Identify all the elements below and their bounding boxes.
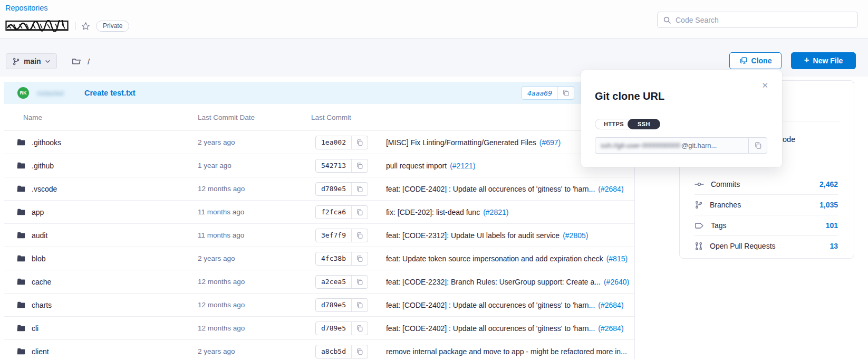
folder-icon: [17, 231, 26, 239]
private-badge: Private: [96, 21, 129, 32]
commit-hash-chip[interactable]: f2fca6: [315, 205, 368, 219]
commit-date: 11 months ago: [198, 231, 311, 239]
commit-hash-chip[interactable]: 1ea002: [315, 136, 368, 149]
copy-icon[interactable]: [557, 87, 574, 99]
table-row[interactable]: audit 11 months ago 3ef7f9 feat: [CODE-2…: [4, 223, 634, 247]
pr-link[interactable]: (#2684): [598, 324, 623, 333]
clone-url-field[interactable]: ssh://git-user-0000000000 @git.harn...: [595, 137, 749, 154]
commit-hash-chip[interactable]: a2cea5: [315, 275, 368, 289]
folder-open-icon: [72, 57, 81, 65]
copy-icon[interactable]: [351, 345, 368, 358]
folder-name: app: [32, 208, 44, 216]
git-branch-icon: [695, 201, 703, 209]
commit-hash: d789e5: [316, 322, 351, 335]
commit-message: feat: Update token source impersonation …: [386, 254, 603, 263]
new-file-button-label: New File: [813, 56, 843, 65]
stat-value: 2,462: [819, 180, 838, 188]
copy-icon[interactable]: [351, 159, 368, 172]
stat-tags[interactable]: Tags 101: [695, 215, 838, 235]
copy-icon[interactable]: [351, 206, 368, 219]
copy-icon[interactable]: [351, 322, 368, 335]
table-row[interactable]: charts 12 months ago d789e5 feat: [CODE-…: [4, 293, 634, 316]
branch-selector[interactable]: main: [6, 53, 57, 69]
stat-commits[interactable]: Commits 2,462: [695, 174, 838, 194]
commit-hash: 1ea002: [316, 136, 351, 149]
clone-button[interactable]: Clone: [729, 52, 782, 69]
copy-icon[interactable]: [351, 136, 368, 149]
table-row[interactable]: client 2 years ago a8cb5d remove interna…: [4, 339, 634, 359]
commit-message: feat: [CODE-2232]: Branch Rules: UserGro…: [386, 278, 601, 286]
pr-link[interactable]: (#2821): [483, 208, 508, 216]
clone-icon: [739, 56, 748, 65]
pr-link[interactable]: (#815): [606, 254, 628, 263]
table-row[interactable]: .githooks 2 years ago 1ea002 [MISC] Fix …: [4, 130, 634, 154]
stat-branches[interactable]: Branches 1,035: [695, 194, 838, 215]
folder-name: audit: [32, 231, 47, 240]
commit-hash: 3ef7f9: [316, 229, 351, 242]
folder-icon: [17, 185, 26, 193]
copy-icon[interactable]: [351, 183, 368, 195]
clone-url-redacted: ssh://git-user-0000000000: [601, 141, 680, 149]
table-row[interactable]: app 11 months ago f2fca6 fix: [CDE-202]:…: [4, 200, 634, 223]
table-row[interactable]: blob 2 years ago 4fc38b feat: Update tok…: [4, 247, 634, 270]
close-icon[interactable]: ✕: [761, 81, 768, 90]
pr-link[interactable]: (#2684): [598, 301, 623, 309]
table-row[interactable]: cli 12 months ago d789e5 feat: [CODE-240…: [4, 316, 634, 339]
commit-hash-chip[interactable]: 542713: [315, 159, 368, 173]
pr-link[interactable]: (#2684): [598, 185, 623, 193]
repo-stats: Commits 2,462 Branches 1,035 Tags 101: [695, 174, 838, 256]
commit-hash-chip[interactable]: d789e5: [315, 298, 368, 312]
latest-commit-hash-chip[interactable]: 4aaa69: [522, 86, 574, 100]
commit-message: feat: [CODE-2402] : Update all occurence…: [386, 301, 595, 309]
tag-icon: [695, 222, 704, 230]
copy-url-button[interactable]: [749, 137, 767, 154]
breadcrumb-repositories[interactable]: Repositories: [5, 4, 48, 12]
latest-commit-link[interactable]: Create test.txt: [84, 89, 136, 97]
pr-link[interactable]: (#2805): [563, 231, 588, 240]
stat-open-pull-requests[interactable]: Open Pull Requests 13: [695, 235, 838, 256]
protocol-ssh-tab[interactable]: SSH: [628, 119, 660, 129]
avatar: RK: [17, 87, 29, 99]
folder-icon: [17, 324, 26, 332]
copy-icon[interactable]: [351, 252, 368, 265]
repo-name-redacted: [5, 20, 70, 32]
repo-title-row: Private: [5, 20, 129, 32]
commit-hash-chip[interactable]: d789e5: [315, 182, 368, 196]
folder-name: .githooks: [32, 138, 61, 147]
table-row[interactable]: .vscode 12 months ago d789e5 feat: [CODE…: [4, 177, 634, 200]
commit-date: 11 months ago: [198, 208, 311, 216]
favorite-star-icon[interactable]: [81, 21, 91, 31]
search-input[interactable]: [676, 16, 852, 24]
commit-hash-chip[interactable]: a8cb5d: [315, 345, 368, 358]
code-search: [657, 12, 858, 28]
page-header: Repositories Private: [0, 0, 868, 39]
partially-hidden-text: ode: [783, 135, 795, 144]
commit-hash-chip[interactable]: 4fc38b: [315, 252, 368, 266]
stat-value: 101: [826, 221, 838, 230]
table-row[interactable]: .github 1 year ago 542713 pull request i…: [4, 154, 634, 177]
commit-hash-chip[interactable]: 3ef7f9: [315, 229, 368, 242]
commit-hash-chip[interactable]: d789e5: [315, 322, 368, 335]
commit-message: [MISC] Fix Linting/Formatting/Generated …: [386, 138, 536, 147]
stat-value: 1,035: [819, 201, 838, 209]
copy-icon[interactable]: [351, 299, 368, 311]
pr-link[interactable]: (#697): [539, 138, 561, 147]
commit-date: 1 year ago: [198, 162, 311, 169]
commit-icon: [695, 180, 704, 188]
pr-link[interactable]: (#2640): [604, 278, 629, 286]
path-breadcrumb[interactable]: /: [72, 53, 90, 69]
table-row[interactable]: cache 12 months ago a2cea5 feat: [CODE-2…: [4, 270, 634, 293]
copy-icon[interactable]: [351, 229, 368, 242]
new-file-button[interactable]: + New File: [791, 52, 856, 69]
copy-icon[interactable]: [351, 276, 368, 288]
protocol-toggle: HTTPS SSH: [595, 119, 660, 129]
pr-link[interactable]: (#2121): [450, 162, 475, 170]
column-header-date: Last Commit Date: [198, 114, 311, 121]
folder-name: client: [32, 347, 49, 356]
commit-hash: f2fca6: [316, 206, 351, 219]
stat-label: Commits: [711, 180, 740, 188]
stat-label: Branches: [710, 201, 741, 209]
folder-name: charts: [32, 301, 52, 309]
commit-hash: a8cb5d: [316, 345, 351, 358]
folder-name: .vscode: [32, 185, 57, 193]
